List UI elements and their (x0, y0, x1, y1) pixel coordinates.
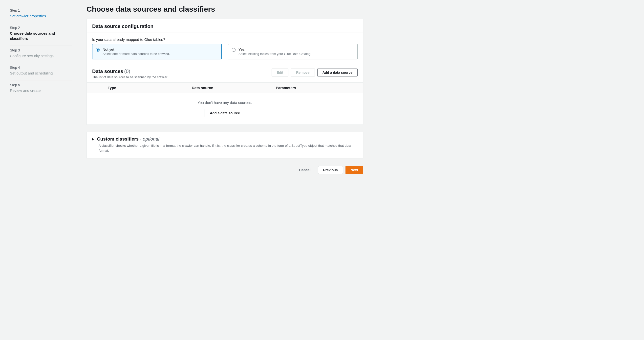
sources-empty-state: You don't have any data sources. Add a d… (87, 93, 363, 124)
step-2-number: Step 2 (10, 26, 72, 30)
page-title: Choose data sources and classifiers (86, 5, 363, 13)
step-3-title: Configure security settings (10, 53, 72, 58)
empty-text: You don't have any data sources. (87, 100, 363, 105)
data-source-panel: Data source configuration Is your data a… (86, 19, 363, 125)
cancel-button[interactable]: Cancel (294, 166, 316, 174)
wizard-footer: Cancel Previous Next (86, 165, 363, 179)
classifiers-title: Custom classifiers (97, 136, 139, 141)
step-3-number: Step 3 (10, 48, 72, 52)
remove-button: Remove (291, 69, 314, 76)
sources-count: (0) (124, 69, 130, 74)
option-not-yet-desc: Select one or more data sources to be cr… (102, 52, 170, 56)
col-select (87, 83, 104, 93)
option-yes-label: Yes (238, 47, 311, 52)
classifiers-optional: optional (143, 136, 160, 141)
col-data-source: Data source (188, 83, 272, 93)
caret-right-icon (92, 138, 94, 140)
classifiers-sep: - (139, 136, 143, 141)
main-content: Choose data sources and classifiers Data… (86, 5, 363, 179)
option-yes[interactable]: Yes Select existing tables from your Glu… (228, 44, 358, 59)
col-parameters: Parameters (272, 83, 363, 93)
step-1[interactable]: Step 1 Set crawler properties (10, 6, 72, 23)
option-yes-desc: Select existing tables from your Glue Da… (238, 52, 311, 56)
config-heading: Data source configuration (92, 24, 358, 29)
option-not-yet[interactable]: Not yet Select one or more data sources … (92, 44, 222, 59)
classifiers-desc: A classifier checks whether a given file… (98, 143, 358, 153)
custom-classifiers-panel: Custom classifiers - optional A classifi… (86, 132, 363, 158)
step-5-number: Step 5 (10, 83, 72, 87)
step-1-number: Step 1 (10, 9, 72, 12)
radio-icon (232, 48, 236, 52)
step-4: Step 4 Set output and scheduling (10, 63, 72, 80)
sources-table-header: Type Data source Parameters (87, 82, 363, 93)
step-4-title: Set output and scheduling (10, 71, 72, 76)
add-data-source-empty-button[interactable]: Add a data source (204, 109, 245, 117)
classifiers-expander[interactable]: Custom classifiers - optional (92, 136, 358, 142)
step-4-number: Step 4 (10, 66, 72, 70)
sources-desc: The list of data sources to be scanned b… (92, 75, 168, 79)
next-button[interactable]: Next (346, 166, 363, 174)
edit-button: Edit (272, 69, 288, 76)
sources-heading: Data sources (92, 69, 123, 74)
col-type: Type (104, 83, 188, 93)
step-3: Step 3 Configure security settings (10, 46, 72, 63)
radio-icon (96, 48, 100, 52)
step-2-title: Choose data sources and classifiers (10, 31, 72, 41)
step-5-title: Review and create (10, 88, 72, 93)
add-data-source-button[interactable]: Add a data source (317, 69, 358, 76)
step-1-title: Set crawler properties (10, 13, 72, 19)
previous-button[interactable]: Previous (318, 166, 343, 174)
option-not-yet-label: Not yet (102, 47, 170, 52)
config-question: Is your data already mapped to Glue tabl… (92, 37, 358, 42)
step-5: Step 5 Review and create (10, 80, 72, 97)
wizard-sidebar: Step 1 Set crawler properties Step 2 Cho… (10, 5, 72, 179)
step-2[interactable]: Step 2 Choose data sources and classifie… (10, 23, 72, 46)
